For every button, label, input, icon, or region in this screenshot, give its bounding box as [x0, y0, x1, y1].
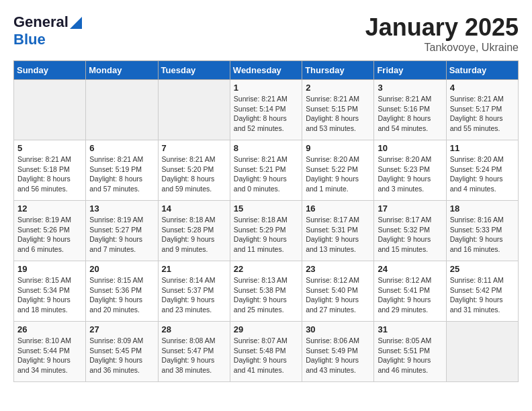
calendar-cell: 21Sunrise: 8:14 AM Sunset: 5:37 PM Dayli…: [158, 261, 230, 322]
calendar-cell: 3Sunrise: 8:21 AM Sunset: 5:16 PM Daylig…: [374, 80, 446, 140]
day-info: Sunrise: 8:12 AM Sunset: 5:40 PM Dayligh…: [306, 275, 370, 315]
calendar-cell: 26Sunrise: 8:10 AM Sunset: 5:44 PM Dayli…: [14, 322, 86, 382]
day-info: Sunrise: 8:14 AM Sunset: 5:37 PM Dayligh…: [162, 275, 226, 315]
calendar-body: 1Sunrise: 8:21 AM Sunset: 5:14 PM Daylig…: [14, 80, 519, 382]
day-number: 4: [450, 83, 515, 93]
day-number: 11: [450, 143, 515, 153]
day-number: 7: [162, 143, 226, 153]
day-number: 21: [162, 264, 226, 274]
day-info: Sunrise: 8:17 AM Sunset: 5:31 PM Dayligh…: [306, 215, 370, 255]
calendar-week-row: 1Sunrise: 8:21 AM Sunset: 5:14 PM Daylig…: [14, 80, 519, 140]
page-title: January 2025: [365, 13, 519, 42]
day-number: 6: [89, 143, 154, 153]
day-info: Sunrise: 8:20 AM Sunset: 5:23 PM Dayligh…: [378, 154, 442, 194]
day-info: Sunrise: 8:12 AM Sunset: 5:41 PM Dayligh…: [378, 275, 442, 315]
calendar-cell: 20Sunrise: 8:15 AM Sunset: 5:36 PM Dayli…: [86, 261, 158, 322]
calendar-cell: [158, 80, 230, 140]
day-number: 10: [378, 143, 442, 153]
calendar-cell: 6Sunrise: 8:21 AM Sunset: 5:19 PM Daylig…: [86, 140, 158, 201]
calendar-cell: 4Sunrise: 8:21 AM Sunset: 5:17 PM Daylig…: [446, 80, 518, 140]
day-number: 19: [17, 264, 82, 274]
day-number: 18: [450, 203, 515, 214]
day-number: 23: [306, 264, 370, 274]
calendar-cell: 16Sunrise: 8:17 AM Sunset: 5:31 PM Dayli…: [302, 201, 374, 261]
day-info: Sunrise: 8:13 AM Sunset: 5:38 PM Dayligh…: [234, 275, 298, 315]
weekday-header-wednesday: Wednesday: [230, 61, 302, 80]
weekday-header-thursday: Thursday: [302, 61, 374, 80]
weekday-header-sunday: Sunday: [14, 61, 86, 80]
calendar-cell: 31Sunrise: 8:05 AM Sunset: 5:51 PM Dayli…: [374, 322, 446, 382]
day-info: Sunrise: 8:19 AM Sunset: 5:26 PM Dayligh…: [17, 215, 82, 255]
day-info: Sunrise: 8:16 AM Sunset: 5:33 PM Dayligh…: [450, 215, 515, 255]
weekday-header-saturday: Saturday: [446, 61, 518, 80]
calendar-cell: 17Sunrise: 8:17 AM Sunset: 5:32 PM Dayli…: [374, 201, 446, 261]
day-info: Sunrise: 8:08 AM Sunset: 5:47 PM Dayligh…: [162, 336, 226, 375]
calendar-cell: 10Sunrise: 8:20 AM Sunset: 5:23 PM Dayli…: [374, 140, 446, 201]
calendar-cell: 28Sunrise: 8:08 AM Sunset: 5:47 PM Dayli…: [158, 322, 230, 382]
day-number: 16: [306, 203, 370, 214]
day-info: Sunrise: 8:21 AM Sunset: 5:19 PM Dayligh…: [89, 154, 154, 194]
calendar-week-row: 26Sunrise: 8:10 AM Sunset: 5:44 PM Dayli…: [14, 322, 519, 382]
calendar-week-row: 12Sunrise: 8:19 AM Sunset: 5:26 PM Dayli…: [14, 201, 519, 261]
day-number: 14: [162, 203, 226, 214]
calendar-cell: 1Sunrise: 8:21 AM Sunset: 5:14 PM Daylig…: [230, 80, 302, 140]
day-number: 28: [162, 324, 226, 334]
logo: General Blue: [13, 13, 82, 48]
calendar-cell: 15Sunrise: 8:18 AM Sunset: 5:29 PM Dayli…: [230, 201, 302, 261]
calendar-header: SundayMondayTuesdayWednesdayThursdayFrid…: [14, 61, 519, 80]
page-header: General Blue January 2025 Tankovoye, Ukr…: [13, 13, 519, 54]
day-number: 9: [306, 143, 370, 153]
calendar-cell: 5Sunrise: 8:21 AM Sunset: 5:18 PM Daylig…: [14, 140, 86, 201]
day-info: Sunrise: 8:18 AM Sunset: 5:28 PM Dayligh…: [162, 215, 226, 255]
day-info: Sunrise: 8:20 AM Sunset: 5:24 PM Dayligh…: [450, 154, 515, 194]
calendar-week-row: 5Sunrise: 8:21 AM Sunset: 5:18 PM Daylig…: [14, 140, 519, 201]
day-number: 25: [450, 264, 515, 274]
day-number: 13: [89, 203, 154, 214]
calendar-cell: 24Sunrise: 8:12 AM Sunset: 5:41 PM Dayli…: [374, 261, 446, 322]
calendar-cell: 30Sunrise: 8:06 AM Sunset: 5:49 PM Dayli…: [302, 322, 374, 382]
day-number: 8: [234, 143, 298, 153]
weekday-header-row: SundayMondayTuesdayWednesdayThursdayFrid…: [14, 61, 519, 80]
day-info: Sunrise: 8:21 AM Sunset: 5:16 PM Dayligh…: [378, 94, 442, 134]
calendar-cell: [14, 80, 86, 140]
day-info: Sunrise: 8:11 AM Sunset: 5:42 PM Dayligh…: [450, 275, 515, 315]
calendar-cell: 27Sunrise: 8:09 AM Sunset: 5:45 PM Dayli…: [86, 322, 158, 382]
day-info: Sunrise: 8:21 AM Sunset: 5:14 PM Dayligh…: [234, 94, 298, 134]
page-subtitle: Tankovoye, Ukraine: [365, 42, 519, 54]
day-info: Sunrise: 8:18 AM Sunset: 5:29 PM Dayligh…: [234, 215, 298, 255]
day-number: 24: [378, 264, 442, 274]
day-number: 30: [306, 324, 370, 334]
weekday-header-tuesday: Tuesday: [158, 61, 230, 80]
calendar-cell: 7Sunrise: 8:21 AM Sunset: 5:20 PM Daylig…: [158, 140, 230, 201]
day-number: 15: [234, 203, 298, 214]
day-info: Sunrise: 8:21 AM Sunset: 5:21 PM Dayligh…: [234, 154, 298, 194]
calendar-cell: [446, 322, 518, 382]
weekday-header-monday: Monday: [86, 61, 158, 80]
day-info: Sunrise: 8:10 AM Sunset: 5:44 PM Dayligh…: [17, 336, 82, 375]
day-number: 29: [234, 324, 298, 334]
calendar-cell: 29Sunrise: 8:07 AM Sunset: 5:48 PM Dayli…: [230, 322, 302, 382]
day-info: Sunrise: 8:05 AM Sunset: 5:51 PM Dayligh…: [378, 336, 442, 375]
day-number: 22: [234, 264, 298, 274]
day-info: Sunrise: 8:06 AM Sunset: 5:49 PM Dayligh…: [306, 336, 370, 375]
calendar-cell: 23Sunrise: 8:12 AM Sunset: 5:40 PM Dayli…: [302, 261, 374, 322]
calendar-cell: 12Sunrise: 8:19 AM Sunset: 5:26 PM Dayli…: [14, 201, 86, 261]
weekday-header-friday: Friday: [374, 61, 446, 80]
day-number: 1: [234, 83, 298, 93]
day-info: Sunrise: 8:21 AM Sunset: 5:18 PM Dayligh…: [17, 154, 82, 194]
day-info: Sunrise: 8:19 AM Sunset: 5:27 PM Dayligh…: [89, 215, 154, 255]
day-number: 2: [306, 83, 370, 93]
day-number: 17: [378, 203, 442, 214]
calendar-cell: 13Sunrise: 8:19 AM Sunset: 5:27 PM Dayli…: [86, 201, 158, 261]
day-info: Sunrise: 8:21 AM Sunset: 5:20 PM Dayligh…: [162, 154, 226, 194]
calendar-cell: 8Sunrise: 8:21 AM Sunset: 5:21 PM Daylig…: [230, 140, 302, 201]
calendar-cell: 2Sunrise: 8:21 AM Sunset: 5:15 PM Daylig…: [302, 80, 374, 140]
logo-blue-text: Blue: [13, 31, 46, 48]
day-info: Sunrise: 8:15 AM Sunset: 5:34 PM Dayligh…: [17, 275, 82, 315]
day-info: Sunrise: 8:21 AM Sunset: 5:15 PM Dayligh…: [306, 94, 370, 134]
day-number: 5: [17, 143, 82, 153]
calendar-week-row: 19Sunrise: 8:15 AM Sunset: 5:34 PM Dayli…: [14, 261, 519, 322]
calendar-cell: 9Sunrise: 8:20 AM Sunset: 5:22 PM Daylig…: [302, 140, 374, 201]
day-info: Sunrise: 8:15 AM Sunset: 5:36 PM Dayligh…: [89, 275, 154, 315]
day-info: Sunrise: 8:07 AM Sunset: 5:48 PM Dayligh…: [234, 336, 298, 375]
